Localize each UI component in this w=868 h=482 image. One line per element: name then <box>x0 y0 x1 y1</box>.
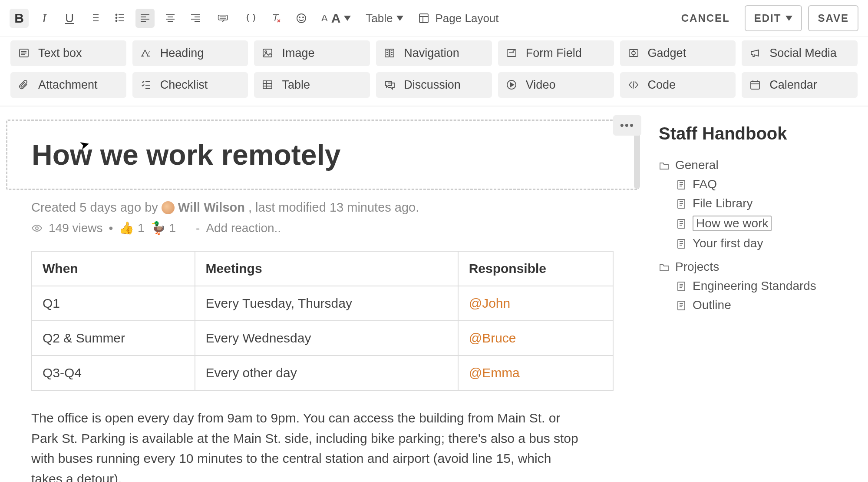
insert-attachment[interactable]: Attachment <box>10 72 126 98</box>
cell-when[interactable]: Q3-Q4 <box>32 356 195 390</box>
bulleted-list-icon <box>114 13 125 24</box>
edit-dropdown[interactable]: EDIT <box>745 5 802 31</box>
table-header-row: When Meetings Responsible <box>32 251 613 286</box>
clear-formatting-button[interactable] <box>267 9 286 28</box>
svg-rect-16 <box>263 81 272 89</box>
svg-rect-12 <box>390 49 394 57</box>
link-button[interactable] <box>211 9 235 28</box>
code-braces-button[interactable] <box>241 9 261 28</box>
insert-discussion[interactable]: Discussion <box>376 72 492 98</box>
cell-responsible[interactable]: @John <box>458 286 613 321</box>
svg-point-6 <box>303 17 304 18</box>
tree-page-faq[interactable]: FAQ <box>676 175 851 194</box>
tree-folder-general[interactable]: General <box>659 156 851 175</box>
text-style-large: A <box>331 11 341 26</box>
svg-rect-3 <box>218 15 228 20</box>
svg-point-2 <box>116 20 117 22</box>
bulleted-list-button[interactable] <box>110 9 129 28</box>
page-layout-button[interactable]: Page Layout <box>414 9 503 28</box>
tree-page-how-we-work[interactable]: How we work <box>676 213 851 234</box>
table-dropdown[interactable]: Table <box>361 9 407 28</box>
cell-when[interactable]: Q2 & Summer <box>32 321 195 356</box>
svg-point-15 <box>632 51 635 55</box>
align-right-button[interactable] <box>186 9 205 28</box>
cancel-button[interactable]: CANCEL <box>673 6 739 30</box>
mention[interactable]: @Emma <box>469 366 520 380</box>
insert-gadget[interactable]: Gadget <box>620 40 736 66</box>
code-icon <box>628 79 640 91</box>
body-paragraph[interactable]: The office is open every day from 9am to… <box>6 391 605 482</box>
tree-page-outline[interactable]: Outline <box>676 296 851 315</box>
author-avatar[interactable] <box>162 201 175 214</box>
author-name[interactable]: Will Wilson <box>178 200 245 215</box>
svg-point-0 <box>116 14 117 16</box>
save-button[interactable]: SAVE <box>808 5 858 31</box>
discussion-icon <box>384 79 396 91</box>
cell-responsible[interactable]: @Bruce <box>458 321 613 356</box>
heading-icon <box>140 47 152 60</box>
insert-formfield[interactable]: Form Field <box>498 40 614 66</box>
col-when: When <box>32 251 195 286</box>
svg-rect-24 <box>678 282 685 291</box>
tree-page-file-library[interactable]: File Library <box>676 194 851 213</box>
tree-page-eng-standards[interactable]: Engineering Standards <box>676 276 851 296</box>
byline-modified: , last modified 13 minutes ago. <box>248 200 419 215</box>
insert-table[interactable]: Table <box>254 72 370 98</box>
page-title[interactable]: How we work remotely <box>32 138 613 171</box>
table-row[interactable]: Q1 Every Tuesday, Thursday @John <box>32 286 613 321</box>
bold-button[interactable]: B <box>10 9 29 28</box>
mention[interactable]: @Bruce <box>469 331 516 345</box>
page-layout-icon <box>418 13 429 24</box>
cell-meetings[interactable]: Every other day <box>195 356 458 390</box>
underline-button[interactable]: U <box>60 9 79 28</box>
insert-socialmedia[interactable]: Social Media <box>742 40 858 66</box>
tree-folder-projects[interactable]: Projects <box>659 257 851 276</box>
page-byline: Created 5 days ago by Will Wilson, last … <box>6 190 639 215</box>
insert-checklist[interactable]: Checklist <box>132 72 248 98</box>
insert-heading[interactable]: Heading <box>132 40 248 66</box>
emoji-button[interactable] <box>292 9 311 28</box>
folder-icon <box>659 262 669 272</box>
svg-rect-22 <box>678 219 685 228</box>
gadget-icon <box>628 47 640 60</box>
align-left-button[interactable] <box>135 9 155 28</box>
insert-textbox[interactable]: Text box <box>10 40 126 66</box>
svg-rect-25 <box>678 301 685 310</box>
block-more-button[interactable]: ••• <box>613 115 641 136</box>
page-icon <box>676 300 686 310</box>
clear-format-icon <box>271 13 282 24</box>
numbered-list-button[interactable] <box>85 9 104 28</box>
title-block[interactable]: ➤ How we work remotely <box>6 120 639 190</box>
italic-button[interactable]: I <box>35 9 54 28</box>
eye-icon <box>31 223 43 234</box>
video-icon <box>506 79 518 91</box>
table-row[interactable]: Q2 & Summer Every Wednesday @Bruce <box>32 321 613 356</box>
page-icon <box>676 281 686 291</box>
tree-page-your-first-day[interactable]: Your first day <box>676 234 851 253</box>
text-style-small: A <box>321 13 328 24</box>
insert-ribbon: Text box Heading Image Navigation Form F… <box>0 37 868 106</box>
align-center-button[interactable] <box>161 9 180 28</box>
numbered-list-icon <box>89 13 100 24</box>
text-style-dropdown[interactable]: A A <box>317 8 355 28</box>
schedule-table[interactable]: When Meetings Responsible Q1 Every Tuesd… <box>31 251 614 391</box>
mention[interactable]: @John <box>469 296 511 310</box>
insert-calendar[interactable]: Calendar <box>742 72 858 98</box>
table-row[interactable]: Q3-Q4 Every other day @Emma <box>32 356 613 390</box>
reaction-bird[interactable]: 🦆 1 <box>151 221 176 235</box>
cell-responsible[interactable]: @Emma <box>458 356 613 390</box>
cell-meetings[interactable]: Every Tuesday, Thursday <box>195 286 458 321</box>
table-icon <box>262 79 274 91</box>
insert-navigation[interactable]: Navigation <box>376 40 492 66</box>
reaction-thumb[interactable]: 👍 1 <box>119 221 144 235</box>
link-icon <box>218 13 229 24</box>
svg-point-19 <box>36 227 38 229</box>
page-icon <box>676 218 686 229</box>
insert-image[interactable]: Image <box>254 40 370 66</box>
insert-video[interactable]: Video <box>498 72 614 98</box>
insert-code[interactable]: Code <box>620 72 736 98</box>
svg-rect-11 <box>385 49 389 57</box>
cell-meetings[interactable]: Every Wednesday <box>195 321 458 356</box>
cell-when[interactable]: Q1 <box>32 286 195 321</box>
add-reaction-button[interactable]: Add reaction.. <box>206 221 281 235</box>
